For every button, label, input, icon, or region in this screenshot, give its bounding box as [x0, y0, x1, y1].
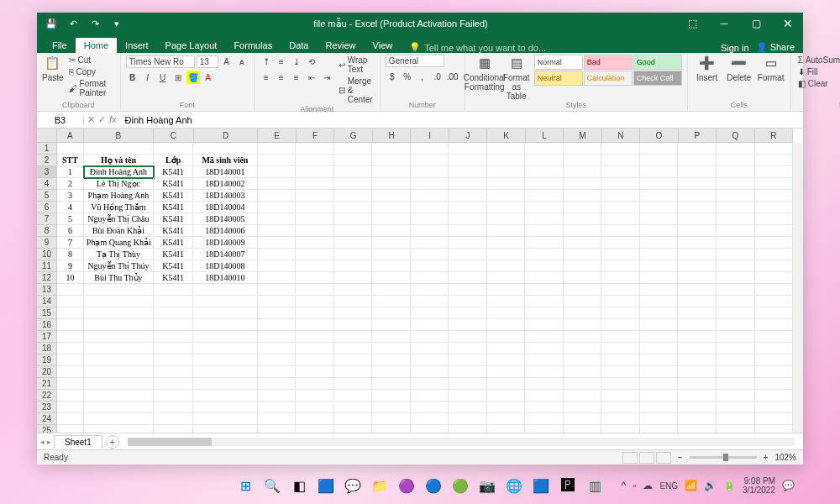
cell-R6[interactable] [755, 202, 794, 213]
cell-K25[interactable] [487, 425, 526, 433]
cell-B6[interactable]: Vũ Hồng Thắm [84, 202, 154, 213]
save-icon[interactable]: 💾 [44, 16, 59, 31]
cell-F23[interactable] [296, 402, 334, 413]
cell-H14[interactable] [372, 296, 411, 307]
cell-R12[interactable] [755, 272, 794, 284]
cell-G11[interactable] [334, 260, 373, 272]
cell-K12[interactable] [487, 272, 526, 284]
row-header[interactable]: 17 [37, 331, 56, 343]
cell-B8[interactable]: Bùi Đoàn Khải [84, 225, 154, 237]
cell-I4[interactable] [411, 178, 449, 190]
cell-N7[interactable] [601, 213, 640, 225]
app-icon-3[interactable]: 🟢 [449, 475, 471, 496]
cell-M23[interactable] [564, 402, 602, 413]
cell-L22[interactable] [525, 390, 564, 402]
cell-G15[interactable] [334, 307, 373, 319]
cell-Q3[interactable] [717, 166, 755, 178]
cell-C8[interactable]: K54I1 [154, 225, 193, 237]
cell-D22[interactable] [193, 390, 257, 402]
col-header-F[interactable]: F [297, 129, 334, 142]
cell-J9[interactable] [449, 237, 487, 249]
cell-D4[interactable]: 18D140002 [193, 178, 257, 190]
cell-P13[interactable] [678, 284, 717, 296]
cell-J24[interactable] [449, 413, 487, 425]
cell-R7[interactable] [755, 213, 794, 225]
cell-K21[interactable] [487, 378, 526, 390]
col-header-J[interactable]: J [449, 129, 487, 142]
cell-C20[interactable] [154, 366, 193, 378]
row-header[interactable]: 19 [37, 354, 56, 366]
cell-E21[interactable] [258, 378, 297, 390]
col-header-M[interactable]: M [564, 129, 601, 142]
cell-B11[interactable]: Nguyễn Thị Thúy [84, 260, 154, 272]
align-left-icon[interactable]: ≡ [260, 71, 273, 84]
cell-K8[interactable] [487, 225, 526, 237]
cell-P7[interactable] [678, 213, 717, 225]
cell-N13[interactable] [601, 284, 640, 296]
undo-icon[interactable]: ↶ [66, 16, 81, 31]
cell-Q25[interactable] [717, 425, 755, 433]
cell-K10[interactable] [487, 249, 526, 260]
row-header[interactable]: 6 [37, 202, 56, 213]
horizontal-scrollbar[interactable] [128, 438, 795, 446]
cell-P12[interactable] [678, 272, 717, 284]
cell-A20[interactable] [57, 366, 84, 378]
cell-M13[interactable] [564, 284, 602, 296]
fx-icon[interactable]: fx [109, 114, 117, 125]
cell-D19[interactable] [193, 354, 257, 366]
cell-A9[interactable]: 7 [57, 237, 84, 249]
cell-J21[interactable] [449, 378, 487, 390]
cell-P2[interactable] [678, 155, 717, 166]
tab-formulas[interactable]: Formulas [225, 38, 281, 53]
explorer-icon[interactable]: 📁 [369, 475, 391, 496]
cell-E5[interactable] [258, 190, 297, 202]
cell-F5[interactable] [296, 190, 334, 202]
cell-M10[interactable] [564, 249, 602, 260]
cell-M20[interactable] [564, 366, 602, 378]
cell-C19[interactable] [154, 354, 193, 366]
copy-button[interactable]: ⎘Copy [67, 66, 115, 77]
vertical-scrollbar[interactable] [793, 143, 803, 433]
cell-D23[interactable] [193, 402, 257, 413]
cell-P4[interactable] [678, 178, 717, 190]
cell-E24[interactable] [258, 413, 297, 425]
cell-D15[interactable] [193, 307, 257, 319]
cell-P3[interactable] [678, 166, 717, 178]
cell-L19[interactable] [525, 354, 564, 366]
cell-Q22[interactable] [717, 390, 755, 402]
wrap-text-button[interactable]: ↩Wrap Text [337, 55, 375, 75]
cell-A25[interactable] [57, 425, 84, 433]
cell-M4[interactable] [564, 178, 602, 190]
cell-O5[interactable] [640, 190, 679, 202]
cell-K11[interactable] [487, 260, 526, 272]
cell-M16[interactable] [564, 319, 602, 331]
cell-O13[interactable] [640, 284, 679, 296]
cell-O1[interactable] [640, 143, 679, 155]
decrease-decimal-icon[interactable]: .00 [446, 70, 459, 83]
cell-R18[interactable] [755, 343, 794, 354]
cell-K3[interactable] [487, 166, 526, 178]
cell-N3[interactable] [601, 166, 640, 178]
align-right-icon[interactable]: ≡ [290, 71, 303, 84]
cell-I9[interactable] [411, 237, 449, 249]
cell-M1[interactable] [564, 143, 602, 155]
style-calculation[interactable]: Calculation [584, 71, 633, 86]
cell-L5[interactable] [525, 190, 564, 202]
cell-B20[interactable] [84, 366, 154, 378]
cell-I21[interactable] [411, 378, 449, 390]
cell-G25[interactable] [334, 425, 373, 433]
increase-indent-icon[interactable]: ⇥ [320, 71, 333, 84]
cell-J20[interactable] [449, 366, 487, 378]
cell-C18[interactable] [154, 343, 193, 354]
cut-button[interactable]: ✂Cut [67, 55, 115, 66]
cell-E3[interactable] [258, 166, 297, 178]
cell-K15[interactable] [487, 307, 526, 319]
fill-button[interactable]: ⬇Fill [796, 66, 840, 77]
cell-R19[interactable] [755, 354, 794, 366]
row-header[interactable]: 24 [37, 413, 56, 425]
cell-C4[interactable]: K54I1 [154, 178, 193, 190]
cell-J19[interactable] [449, 354, 487, 366]
cell-E23[interactable] [258, 402, 297, 413]
cell-H24[interactable] [372, 413, 411, 425]
cell-H1[interactable] [372, 143, 411, 155]
